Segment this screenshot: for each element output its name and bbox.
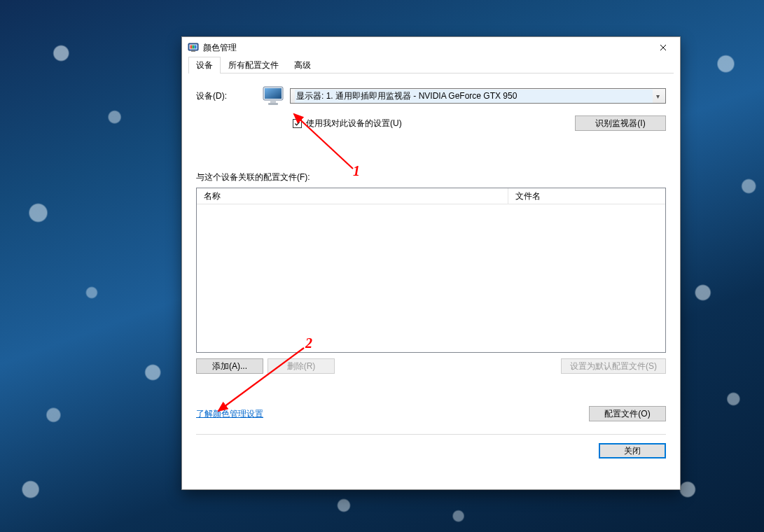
titlebar[interactable]: 颜色管理	[182, 37, 680, 58]
tab-label: 所有配置文件	[228, 60, 279, 70]
list-actions: 添加(A)... 删除(R) 设置为默认配置文件(S)	[196, 358, 666, 374]
tab-label: 设备	[196, 60, 213, 70]
svg-line-12	[218, 348, 304, 411]
close-icon	[660, 42, 667, 53]
learn-link[interactable]: 了解颜色管理设置	[196, 408, 263, 420]
tab-label: 高级	[294, 60, 311, 70]
color-management-dialog: 颜色管理 设备 所有配置文件 高级 设备(D):	[181, 36, 681, 490]
monitor-icon	[262, 86, 284, 106]
add-button[interactable]: 添加(A)...	[196, 358, 263, 374]
desktop-wallpaper: 颜色管理 设备 所有配置文件 高级 设备(D):	[0, 0, 764, 532]
window-title: 颜色管理	[203, 42, 648, 54]
button-label: 删除(R)	[287, 360, 316, 372]
column-label: 名称	[204, 190, 221, 202]
identify-monitors-button[interactable]: 识别监视器(I)	[575, 115, 666, 131]
associated-profiles-label: 与这个设备关联的配置文件(F):	[196, 172, 666, 183]
set-default-button: 设置为默认配置文件(S)	[561, 358, 666, 374]
button-label: 识别监视器(I)	[595, 118, 645, 130]
tab-device[interactable]: 设备	[188, 57, 221, 74]
svg-rect-5	[191, 50, 195, 52]
profiles-listview[interactable]: 名称 文件名	[196, 188, 666, 353]
window-close-button[interactable]	[648, 38, 679, 57]
remove-button: 删除(R)	[268, 358, 335, 374]
close-button[interactable]: 关闭	[599, 443, 666, 458]
tab-all-profiles[interactable]: 所有配置文件	[221, 57, 286, 74]
app-icon	[188, 42, 199, 53]
button-label: 添加(A)...	[212, 360, 247, 372]
svg-rect-3	[193, 46, 195, 49]
chevron-down-icon: ▾	[653, 92, 662, 100]
footer-row-2: 关闭	[196, 443, 666, 458]
button-label: 关闭	[624, 445, 641, 457]
column-label: 文件名	[515, 190, 541, 202]
use-my-settings-checkbox[interactable]	[293, 119, 302, 128]
use-my-settings-label: 使用我对此设备的设置(U)	[306, 118, 402, 130]
svg-rect-8	[265, 88, 282, 99]
profiles-button[interactable]: 配置文件(O)	[589, 406, 666, 421]
svg-rect-9	[270, 100, 276, 103]
tab-body: 设备(D):	[182, 74, 680, 489]
footer-row-1: 了解颜色管理设置 配置文件(O)	[196, 406, 666, 421]
svg-rect-2	[190, 46, 193, 49]
listview-header: 名称 文件名	[197, 188, 665, 204]
settings-row: 使用我对此设备的设置(U) 识别监视器(I)	[196, 115, 666, 131]
svg-rect-10	[268, 103, 278, 105]
svg-rect-4	[195, 46, 197, 49]
tab-strip: 设备 所有配置文件 高级	[182, 58, 680, 74]
button-label: 配置文件(O)	[604, 408, 650, 420]
column-header-name[interactable]: 名称	[197, 188, 508, 204]
device-select-value: 显示器: 1. 通用即插即用监视器 - NVIDIA GeForce GTX 9…	[295, 90, 653, 103]
divider	[196, 434, 666, 435]
device-select[interactable]: 显示器: 1. 通用即插即用监视器 - NVIDIA GeForce GTX 9…	[290, 88, 666, 104]
button-label: 设置为默认配置文件(S)	[570, 360, 657, 372]
annotation-arrow-1	[277, 104, 361, 174]
column-header-filename[interactable]: 文件名	[508, 188, 665, 204]
device-row: 设备(D):	[196, 86, 666, 106]
tab-advanced[interactable]: 高级	[286, 57, 319, 74]
link-label: 了解颜色管理设置	[196, 409, 263, 419]
check-icon	[294, 120, 300, 127]
device-label: 设备(D):	[196, 90, 256, 102]
